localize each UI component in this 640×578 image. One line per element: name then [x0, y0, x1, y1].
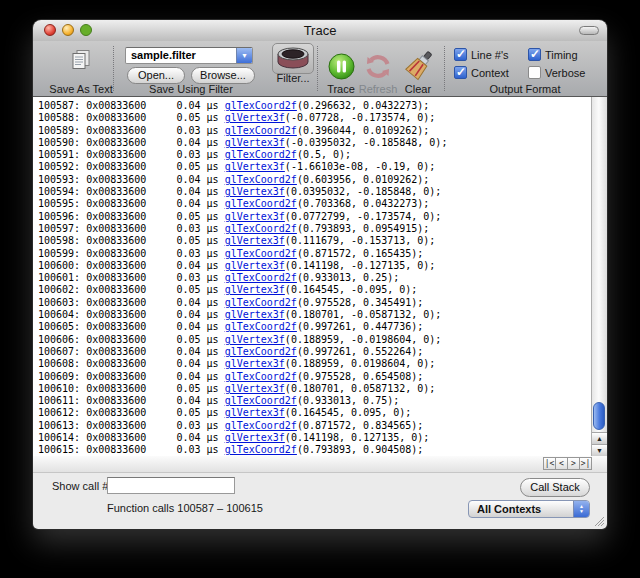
open-button[interactable]: Open... — [127, 67, 185, 84]
table-row[interactable]: 100609: 0x00833600 0.04 µs glTexCoord2f(… — [38, 371, 591, 383]
table-row[interactable]: 100604: 0x00833600 0.04 µs glVertex3f(0.… — [38, 309, 591, 321]
function-link[interactable]: glTexCoord2f — [225, 198, 297, 209]
table-row[interactable]: 100588: 0x00833600 0.05 µs glVertex3f(-0… — [38, 112, 591, 124]
function-link[interactable]: glVertex3f — [225, 137, 285, 148]
table-row[interactable]: 100601: 0x00833600 0.03 µs glTexCoord2f(… — [38, 272, 591, 284]
table-row[interactable]: 100607: 0x00833600 0.04 µs glTexCoord2f(… — [38, 346, 591, 358]
function-link[interactable]: glVertex3f — [225, 284, 285, 295]
table-row[interactable]: 100615: 0x00833600 0.03 µs glTexCoord2f(… — [38, 444, 591, 456]
function-link[interactable]: glVertex3f — [225, 358, 285, 369]
table-row[interactable]: 100594: 0x00833600 0.04 µs glVertex3f(0.… — [38, 186, 591, 198]
resize-grip[interactable] — [593, 515, 604, 526]
function-link[interactable]: glTexCoord2f — [225, 174, 297, 185]
table-row[interactable]: 100613: 0x00833600 0.03 µs glTexCoord2f(… — [38, 420, 591, 432]
function-link[interactable]: glVertex3f — [225, 161, 285, 172]
function-link[interactable]: glTexCoord2f — [225, 297, 297, 308]
last-page-button[interactable]: >| — [579, 457, 592, 470]
function-link[interactable]: glVertex3f — [225, 211, 285, 222]
table-row[interactable]: 100614: 0x00833600 0.04 µs glVertex3f(0.… — [38, 432, 591, 444]
filter-button[interactable] — [272, 43, 314, 74]
table-row[interactable]: 100611: 0x00833600 0.04 µs glTexCoord2f(… — [38, 395, 591, 407]
minimize-button[interactable] — [62, 24, 74, 36]
save-as-text-label[interactable]: Save As Text — [49, 83, 112, 95]
row-line-addr-time: 100587: 0x00833600 0.04 µs — [38, 100, 225, 111]
call-stack-button[interactable]: Call Stack — [520, 478, 590, 497]
vertical-scrollbar[interactable]: ▲ ▼ — [591, 97, 607, 456]
zoom-button[interactable] — [80, 24, 92, 36]
table-row[interactable]: 100589: 0x00833600 0.03 µs glTexCoord2f(… — [38, 125, 591, 137]
function-link[interactable]: glTexCoord2f — [225, 395, 297, 406]
table-row[interactable]: 100612: 0x00833600 0.05 µs glVertex3f(0.… — [38, 407, 591, 419]
table-row[interactable]: 100598: 0x00833600 0.05 µs glVertex3f(0.… — [38, 235, 591, 247]
table-row[interactable]: 100602: 0x00833600 0.05 µs glVertex3f(0.… — [38, 284, 591, 296]
function-link[interactable]: glTexCoord2f — [225, 223, 297, 234]
function-link[interactable]: glTexCoord2f — [225, 444, 297, 455]
table-row[interactable]: 100606: 0x00833600 0.05 µs glVertex3f(0.… — [38, 334, 591, 346]
scroll-down-arrow[interactable]: ▼ — [592, 444, 607, 456]
toolbar-divider — [317, 46, 318, 91]
function-link[interactable]: glVertex3f — [225, 407, 285, 418]
table-row[interactable]: 100608: 0x00833600 0.04 µs glVertex3f(0.… — [38, 358, 591, 370]
function-link[interactable]: glVertex3f — [225, 186, 285, 197]
row-line-addr-time: 100605: 0x00833600 0.04 µs — [38, 321, 225, 332]
function-link[interactable]: glTexCoord2f — [225, 125, 297, 136]
function-link[interactable]: glTexCoord2f — [225, 100, 297, 111]
close-button[interactable] — [44, 24, 56, 36]
trace-window: Trace Save As Text sample.filter ▼ Open.… — [33, 20, 607, 529]
table-row[interactable]: 100592: 0x00833600 0.05 µs glVertex3f(-1… — [38, 161, 591, 173]
table-row[interactable]: 100591: 0x00833600 0.03 µs glTexCoord2f(… — [38, 149, 591, 161]
function-link[interactable]: glVertex3f — [225, 309, 285, 320]
function-link[interactable]: glVertex3f — [225, 260, 285, 271]
checkbox-timing[interactable]: Timing — [528, 48, 578, 61]
show-call-input[interactable] — [107, 477, 235, 494]
table-row[interactable]: 100590: 0x00833600 0.04 µs glVertex3f(-0… — [38, 137, 591, 149]
chevron-down-icon[interactable]: ▼ — [236, 48, 252, 63]
clear-button-label[interactable]: Clear — [405, 83, 431, 95]
row-line-addr-time: 100606: 0x00833600 0.05 µs — [38, 334, 225, 345]
table-row[interactable]: 100595: 0x00833600 0.04 µs glTexCoord2f(… — [38, 198, 591, 210]
checkbox-icon[interactable] — [528, 48, 541, 61]
row-arguments: (0.0395032, -0.185848, 0); — [285, 186, 442, 197]
context-selector[interactable]: All Contexts ▲▼ — [468, 500, 590, 518]
table-row[interactable]: 100600: 0x00833600 0.04 µs glVertex3f(0.… — [38, 260, 591, 272]
table-row[interactable]: 100599: 0x00833600 0.03 µs glTexCoord2f(… — [38, 248, 591, 260]
checkbox-context[interactable]: Context — [454, 66, 509, 79]
table-row[interactable]: 100605: 0x00833600 0.04 µs glTexCoord2f(… — [38, 321, 591, 333]
function-link[interactable]: glVertex3f — [225, 383, 285, 394]
trace-call-list[interactable]: 100587: 0x00833600 0.04 µs glTexCoord2f(… — [33, 97, 591, 456]
trace-button-label[interactable]: Trace — [327, 83, 355, 95]
function-link[interactable]: glTexCoord2f — [225, 420, 297, 431]
scrollbar-thumb[interactable] — [593, 402, 605, 430]
filter-button-label[interactable]: Filter... — [276, 72, 309, 84]
table-row[interactable]: 100596: 0x00833600 0.05 µs glVertex3f(0.… — [38, 211, 591, 223]
function-link[interactable]: glTexCoord2f — [225, 346, 297, 357]
toolbar-toggle-pill[interactable] — [579, 26, 599, 35]
checkbox-icon[interactable] — [528, 66, 541, 79]
title-bar[interactable]: Trace — [33, 20, 607, 41]
checkbox-icon[interactable] — [454, 66, 467, 79]
table-row[interactable]: 100610: 0x00833600 0.05 µs glVertex3f(0.… — [38, 383, 591, 395]
checkbox-verbose[interactable]: Verbose — [528, 66, 585, 79]
table-row[interactable]: 100593: 0x00833600 0.04 µs glTexCoord2f(… — [38, 174, 591, 186]
clear-brush-icon[interactable] — [405, 51, 433, 81]
function-link[interactable]: glTexCoord2f — [225, 321, 297, 332]
table-row[interactable]: 100587: 0x00833600 0.04 µs glTexCoord2f(… — [38, 100, 591, 112]
scroll-up-arrow[interactable]: ▲ — [592, 432, 607, 444]
filter-file-combobox[interactable]: sample.filter ▼ — [125, 47, 253, 64]
function-link[interactable]: glVertex3f — [225, 235, 285, 246]
table-row[interactable]: 100597: 0x00833600 0.03 µs glTexCoord2f(… — [38, 223, 591, 235]
function-link[interactable]: glTexCoord2f — [225, 248, 297, 259]
function-link[interactable]: glTexCoord2f — [225, 371, 297, 382]
function-link[interactable]: glVertex3f — [225, 334, 285, 345]
table-row[interactable]: 100603: 0x00833600 0.04 µs glTexCoord2f(… — [38, 297, 591, 309]
function-link[interactable]: glVertex3f — [225, 112, 285, 123]
function-link[interactable]: glTexCoord2f — [225, 149, 297, 160]
trace-pause-icon[interactable] — [328, 53, 355, 80]
save-as-text-icon[interactable] — [69, 49, 93, 71]
checkbox-icon[interactable] — [454, 48, 467, 61]
function-link[interactable]: glTexCoord2f — [225, 272, 297, 283]
browse-button[interactable]: Browse... — [191, 67, 255, 84]
row-arguments: (0.603956, 0.0109262); — [297, 174, 429, 185]
function-link[interactable]: glVertex3f — [225, 432, 285, 443]
checkbox-line-numbers[interactable]: Line #'s — [454, 48, 509, 61]
